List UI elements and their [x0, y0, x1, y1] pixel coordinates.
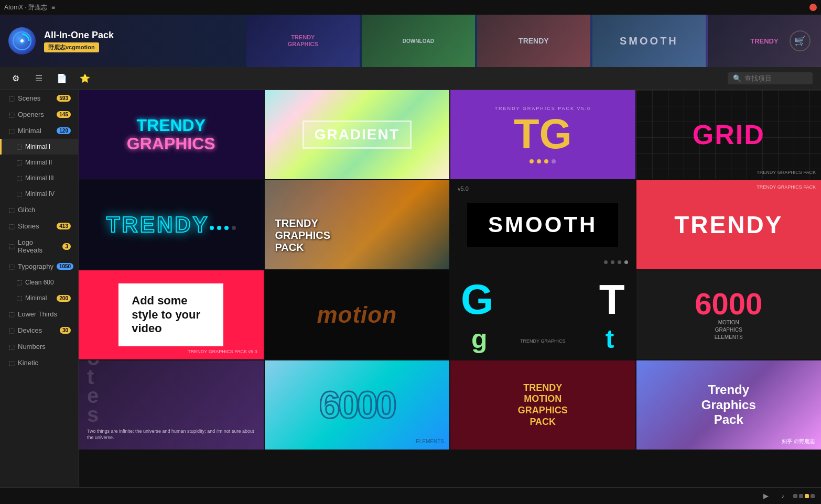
- title-bar: AtomX · 野鹿志 ≡: [0, 0, 821, 15]
- sidebar-item-devices[interactable]: ⬚ Devices 30: [0, 322, 78, 338]
- six-k-label: MOTIONGRAPHICSELEMENTS: [715, 319, 743, 341]
- cell-grid[interactable]: GRID TRENDY GRAPHICS PACK: [636, 90, 822, 179]
- photo-text: TRENDYGRAPHICSPACK: [275, 217, 331, 254]
- minimal-3-label: Minimal III: [25, 174, 54, 182]
- trendy-neon-text: TRENDY: [106, 212, 210, 237]
- sidebar: ⬚ Scenes 593 ⬚ Openers 145 ⬚ Minimal 120…: [0, 90, 79, 504]
- smooth-text: SMOOTH: [488, 212, 597, 237]
- sidebar-item-minimal-1[interactable]: ⬚ Minimal I: [0, 139, 78, 155]
- bottom-dots: [793, 494, 815, 498]
- cell-add-style[interactable]: Add some style to your video TRENDY GRAP…: [79, 270, 264, 359]
- logo-reveals-icon: ⬚: [9, 243, 15, 250]
- settings-icon[interactable]: ⚙: [8, 71, 23, 86]
- sidebar-item-minimal-2[interactable]: ⬚ Minimal II: [0, 155, 78, 170]
- glitch-icon: ⬚: [9, 206, 15, 214]
- sidebar-item-minimal-4[interactable]: ⬚ Minimal IV: [0, 186, 78, 202]
- cell-photo[interactable]: TRENDYGRAPHICSPACK: [265, 180, 450, 269]
- sidebar-item-clean-600[interactable]: ⬚ Clean 600: [0, 275, 78, 290]
- banner-bg: TRENDYGRAPHICS DOWNLOAD TRENDY SMOOTH TR…: [246, 15, 821, 67]
- stories-badge: 413: [57, 223, 71, 229]
- minimal-3-icon: ⬚: [16, 174, 22, 182]
- cell-6000[interactable]: 6000 MOTIONGRAPHICSELEMENTS: [636, 270, 822, 359]
- type-t1: T: [599, 276, 625, 324]
- search-icon: 🔍: [733, 74, 741, 82]
- cell-type-colors[interactable]: G T g t TRENDY GRAPHICS: [450, 270, 635, 359]
- cell-trendy-motion[interactable]: TRENDYMOTIONGRAPHICSPACK: [450, 360, 635, 450]
- add-style-text: Add some style to your video: [132, 294, 210, 335]
- dot-3[interactable]: [805, 494, 809, 498]
- sidebar-item-typography[interactable]: ⬚ Typography 1050: [0, 258, 78, 275]
- cart-button[interactable]: 🛒: [790, 30, 811, 51]
- sidebar-item-minimal-200[interactable]: ⬚ Minimal 200: [0, 290, 78, 306]
- quotes-letter: quotes: [87, 360, 99, 424]
- type-label: TRENDY GRAPHICS: [520, 338, 565, 344]
- logo-reveals-label: Logo Reveals: [18, 238, 59, 254]
- banner: All-In-One Pack 野鹿志vcgmotion TRENDYGRAPH…: [0, 15, 821, 67]
- cell-trendy-graphics[interactable]: TRENDY GRAPHICS: [79, 90, 264, 179]
- stories-label: Stories: [18, 222, 39, 230]
- minimal-badge: 120: [57, 127, 71, 134]
- search-input[interactable]: [744, 74, 807, 82]
- sidebar-item-stories[interactable]: ⬚ Stories 413: [0, 218, 78, 234]
- list-icon[interactable]: ☰: [31, 71, 46, 86]
- stories-icon: ⬚: [9, 223, 15, 230]
- dot-4[interactable]: [811, 494, 815, 498]
- lower-thirds-label: Lower Thirds: [18, 310, 57, 318]
- openers-icon: ⬚: [9, 111, 15, 118]
- sidebar-item-minimal[interactable]: ⬚ Minimal 120: [0, 123, 78, 139]
- dot-2[interactable]: [799, 494, 803, 498]
- sidebar-item-scenes[interactable]: ⬚ Scenes 593: [0, 90, 78, 106]
- type-g1: G: [461, 276, 493, 324]
- cell-6000b[interactable]: 6000 ELEMENTS: [265, 360, 450, 450]
- document-icon[interactable]: 📄: [55, 71, 69, 86]
- banner-info: All-In-One Pack 野鹿志vcgmotion: [44, 30, 114, 52]
- cell-quotes[interactable]: quotes Two things are infinite: the univ…: [79, 360, 264, 450]
- grid-sub: TRENDY GRAPHICS PACK: [757, 170, 816, 175]
- tg-big: TG: [514, 113, 572, 155]
- typography-label: Typography: [18, 262, 53, 270]
- trendy-text: TRENDY: [136, 116, 206, 135]
- logo-reveals-badge: 3: [62, 243, 71, 250]
- sidebar-item-logo-reveals[interactable]: ⬚ Logo Reveals 3: [0, 234, 78, 258]
- minimal-4-icon: ⬚: [16, 190, 22, 198]
- menu-icon[interactable]: ≡: [51, 4, 55, 11]
- scenes-label: Scenes: [18, 94, 40, 102]
- dot-1[interactable]: [793, 494, 797, 498]
- close-button[interactable]: [809, 4, 817, 11]
- kinetic-icon: ⬚: [9, 359, 15, 367]
- cell-gradient[interactable]: GRADIENT: [265, 90, 450, 179]
- minimal-2-label: Minimal II: [25, 159, 52, 166]
- grid-text: GRID: [693, 119, 765, 150]
- clean-label: Clean 600: [25, 279, 54, 286]
- sidebar-item-lower-thirds[interactable]: ⬚ Lower Thirds: [0, 306, 78, 322]
- star-icon[interactable]: ⭐: [78, 71, 92, 86]
- app-logo: [8, 27, 36, 54]
- banner-img-2: DOWNLOAD: [362, 15, 475, 67]
- cell-trendy-red[interactable]: TRENDY GRAPHICS PACK TRENDY: [636, 180, 822, 269]
- watermark-text: 知乎 @野鹿志: [782, 438, 815, 445]
- sidebar-item-glitch[interactable]: ⬚ Glitch: [0, 202, 78, 218]
- minimal-4-label: Minimal IV: [25, 190, 55, 198]
- devices-icon: ⬚: [9, 327, 15, 334]
- sidebar-item-kinetic[interactable]: ⬚ Kinetic: [0, 355, 78, 371]
- cell-trendy-neon[interactable]: TRENDY: [79, 180, 264, 269]
- play-icon[interactable]: ▶: [760, 490, 772, 502]
- music-icon[interactable]: ♪: [776, 490, 789, 502]
- cell-smooth[interactable]: v5.0 SMOOTH: [450, 180, 635, 269]
- search-bar: 🔍: [728, 72, 813, 84]
- banner-badge: 野鹿志vcgmotion: [44, 42, 99, 52]
- graphics-text: GRAPHICS: [127, 134, 215, 153]
- sidebar-item-minimal-3[interactable]: ⬚ Minimal III: [0, 170, 78, 186]
- title-bar-text: AtomX · 野鹿志: [4, 3, 47, 12]
- cell-tg[interactable]: TRENDY GRAPHICS PACK V5.0 TG: [450, 90, 635, 179]
- content-grid: TRENDY GRAPHICS GRADIENT TRENDY GRAPHICS…: [79, 90, 821, 504]
- sidebar-item-numbers[interactable]: ⬚ Numbers: [0, 338, 78, 355]
- sidebar-item-openers[interactable]: ⬚ Openers 145: [0, 106, 78, 123]
- typography-badge: 1050: [57, 263, 73, 270]
- banner-img-3: TRENDY: [477, 15, 590, 67]
- cell-motion[interactable]: motion: [265, 270, 450, 359]
- cell-trendy-gradient[interactable]: TrendyGraphicsPack 知乎 @野鹿志: [636, 360, 822, 450]
- elements-label: ELEMENTS: [416, 439, 444, 444]
- minimal-1-icon: ⬚: [16, 143, 22, 150]
- toolbar: ⚙ ☰ 📄 ⭐ 🔍: [0, 67, 821, 90]
